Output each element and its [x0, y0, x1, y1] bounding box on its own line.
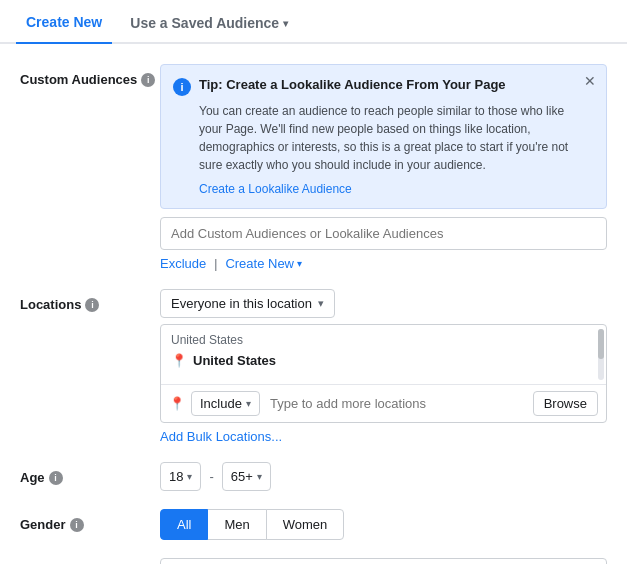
include-pin-icon: 📍: [169, 396, 185, 411]
age-controls: 18 ▾ - 65+ ▾: [160, 462, 607, 491]
gender-row: Gender i All Men Women: [20, 509, 607, 540]
age-info-icon[interactable]: i: [49, 471, 63, 485]
actions-separator: |: [214, 257, 217, 271]
location-item: 📍 United States: [171, 353, 596, 368]
age-min-arrow: ▾: [187, 471, 192, 482]
custom-audiences-label: Custom Audiences i: [20, 64, 160, 87]
include-arrow: ▾: [246, 398, 251, 409]
location-dropdown-arrow: ▾: [318, 297, 324, 310]
tab-use-saved[interactable]: Use a Saved Audience ▾: [120, 1, 298, 43]
age-max-value: 65+: [231, 469, 253, 484]
tab-create-new[interactable]: Create New: [16, 0, 112, 44]
age-label: Age i: [20, 462, 160, 485]
locations-info-icon[interactable]: i: [85, 298, 99, 312]
include-row: 📍 Include ▾ Browse: [161, 385, 606, 422]
location-pin-icon: 📍: [171, 353, 187, 368]
gender-all-button[interactable]: All: [160, 509, 208, 540]
gender-field: All Men Women: [160, 509, 607, 540]
tip-header: i Tip: Create a Lookalike Audience From …: [173, 77, 576, 96]
locations-field: Everyone in this location ▾ United State…: [160, 289, 607, 444]
custom-audiences-field: ✕ i Tip: Create a Lookalike Audience Fro…: [160, 64, 607, 271]
create-new-arrow: ▾: [297, 258, 302, 269]
tab-dropdown-arrow: ▾: [283, 18, 288, 29]
location-type-value: Everyone in this location: [171, 296, 312, 311]
add-bulk-locations-link[interactable]: Add Bulk Locations...: [160, 429, 282, 444]
gender-buttons: All Men Women: [160, 509, 607, 540]
audiences-input[interactable]: [160, 217, 607, 250]
locations-row: Locations i Everyone in this location ▾ …: [20, 289, 607, 444]
create-new-label: Create New: [225, 256, 294, 271]
tab-use-saved-label: Use a Saved Audience: [130, 15, 279, 31]
age-field: 18 ▾ - 65+ ▾: [160, 462, 607, 491]
browse-button[interactable]: Browse: [533, 391, 598, 416]
age-min-value: 18: [169, 469, 183, 484]
age-max-arrow: ▾: [257, 471, 262, 482]
include-dropdown[interactable]: Include ▾: [191, 391, 260, 416]
tip-link[interactable]: Create a Lookalike Audience: [173, 182, 576, 196]
locations-list: United States 📍 United States: [161, 325, 606, 385]
scrollbar-thumb: [598, 329, 604, 359]
exclude-link[interactable]: Exclude: [160, 256, 206, 271]
tip-title: Tip: Create a Lookalike Audience From Yo…: [199, 77, 506, 92]
location-type-dropdown[interactable]: Everyone in this location ▾: [160, 289, 335, 318]
age-min-dropdown[interactable]: 18 ▾: [160, 462, 201, 491]
tip-box: ✕ i Tip: Create a Lookalike Audience Fro…: [160, 64, 607, 209]
age-dash: -: [209, 469, 213, 484]
locations-box: United States 📍 United States 📍 Include …: [160, 324, 607, 423]
custom-audiences-row: Custom Audiences i ✕ i Tip: Create a Loo…: [20, 64, 607, 271]
location-search-input[interactable]: [266, 392, 527, 415]
languages-input[interactable]: [160, 558, 607, 564]
age-max-dropdown[interactable]: 65+ ▾: [222, 462, 271, 491]
languages-row: Languages i: [20, 558, 607, 564]
tabs-bar: Create New Use a Saved Audience ▾: [0, 0, 627, 44]
tip-body: You can create an audience to reach peop…: [173, 102, 576, 174]
gender-men-button[interactable]: Men: [207, 509, 266, 540]
gender-label: Gender i: [20, 509, 160, 532]
location-header: United States: [171, 333, 596, 347]
age-row: Age i 18 ▾ - 65+ ▾: [20, 462, 607, 491]
tip-info-icon: i: [173, 78, 191, 96]
languages-label: Languages i: [20, 558, 160, 564]
location-country: United States: [193, 353, 276, 368]
scrollbar[interactable]: [598, 329, 604, 380]
custom-audiences-info-icon[interactable]: i: [141, 73, 155, 87]
main-content: Custom Audiences i ✕ i Tip: Create a Loo…: [0, 44, 627, 564]
languages-field: [160, 558, 607, 564]
create-new-dropdown[interactable]: Create New ▾: [225, 256, 302, 271]
locations-label: Locations i: [20, 289, 160, 312]
include-label: Include: [200, 396, 242, 411]
gender-women-button[interactable]: Women: [266, 509, 345, 540]
gender-info-icon[interactable]: i: [70, 518, 84, 532]
tip-close-icon[interactable]: ✕: [584, 73, 596, 89]
audience-actions: Exclude | Create New ▾: [160, 256, 607, 271]
